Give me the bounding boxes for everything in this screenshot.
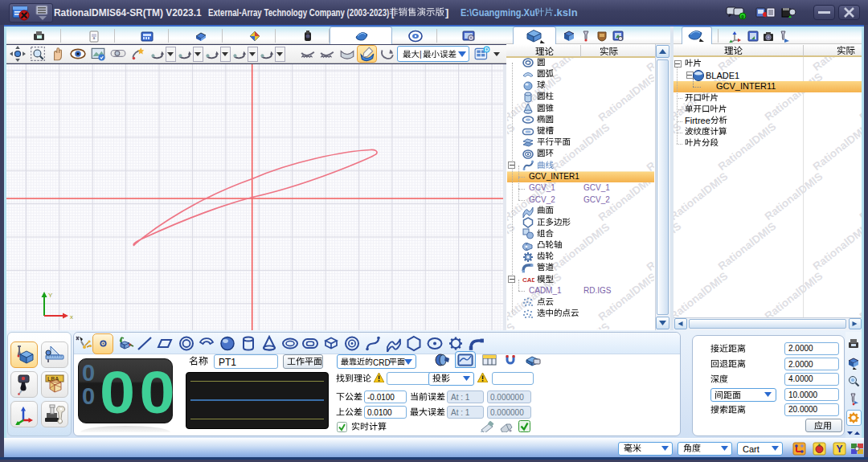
svg-text:a: a: [93, 35, 96, 40]
svg-text:Y: Y: [836, 444, 842, 455]
svg-text:Y: Y: [48, 292, 53, 299]
svg-text:CAD: CAD: [522, 276, 534, 284]
svg-text:D: D: [485, 46, 489, 53]
svg-text:x: x: [70, 313, 73, 321]
